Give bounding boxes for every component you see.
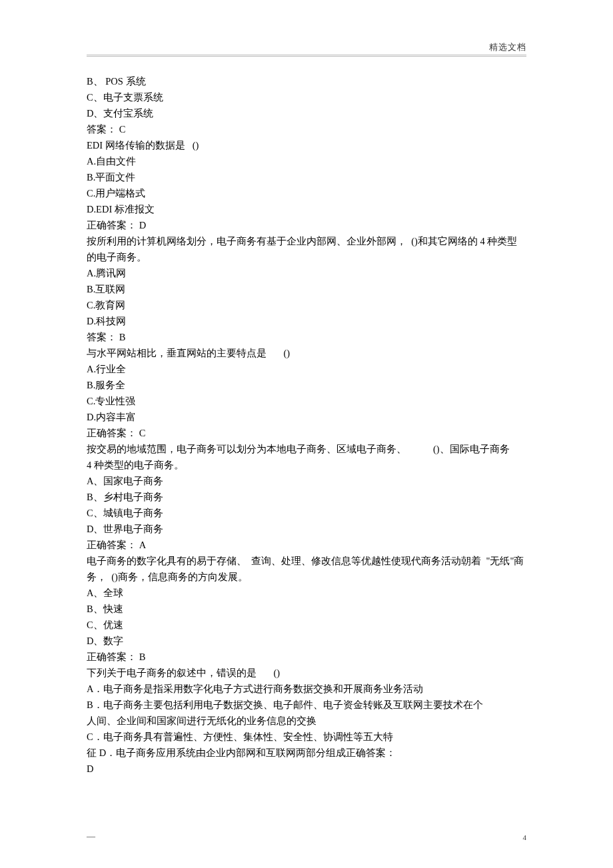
text-line: B、快速	[87, 601, 526, 617]
text-line: D.内容丰富	[87, 409, 526, 425]
text-line: EDI 网络传输的数据是 ()	[87, 137, 526, 153]
text-line: B.平面文件	[87, 169, 526, 185]
text-line: A、国家电子商务	[87, 473, 526, 489]
text-line: C.专业性强	[87, 393, 526, 409]
text-line: D	[87, 761, 526, 777]
text-line: D.EDI 标准报文	[87, 201, 526, 217]
text-line: A.腾讯网	[87, 265, 526, 281]
text-line: C.教育网	[87, 297, 526, 313]
text-line: 4 种类型的电子商务。	[87, 457, 526, 473]
text-line: A.自由文件	[87, 153, 526, 169]
text-line: 人间、企业间和国家间进行无纸化的业务信息的交换	[87, 713, 526, 729]
text-line: 与水平网站相比，垂直网站的主要特点是 ()	[87, 345, 526, 361]
text-line: 按交易的地域范围，电子商务可以划分为本地电子商务、区域电子商务、 ()、国际电子…	[87, 441, 526, 457]
page-number: 4	[523, 833, 527, 841]
document-body: B、 POS 系统 C、电子支票系统 D、支付宝系统 答案： C EDI 网络传…	[87, 73, 526, 777]
text-line: A．电子商务是指采用数字化电子方式进行商务数据交换和开展商务业务活动	[87, 681, 526, 697]
header-label: 精选文档	[489, 41, 526, 53]
text-line: C、电子支票系统	[87, 89, 526, 105]
text-line: D、数字	[87, 633, 526, 649]
text-line: 答案： B	[87, 329, 526, 345]
text-line: 电子商务的数字化具有的易于存储、 查询、处理、修改信息等优越性使现代商务活动朝着…	[87, 553, 526, 585]
text-line: C、优速	[87, 617, 526, 633]
text-line: A、全球	[87, 585, 526, 601]
header-rule	[87, 55, 526, 57]
text-line: 按所利用的计算机网络划分，电子商务有基于企业内部网、企业外部网， ()和其它网络…	[87, 233, 526, 265]
footer-dash: —	[87, 831, 95, 841]
text-line: C．电子商务具有普遍性、方便性、集体性、安全性、协调性等五大特	[87, 729, 526, 745]
text-line: 正确答案： C	[87, 425, 526, 441]
text-line: B.服务全	[87, 377, 526, 393]
text-line: D、世界电子商务	[87, 521, 526, 537]
text-line: A.行业全	[87, 361, 526, 377]
text-line: 正确答案： D	[87, 217, 526, 233]
text-line: 征 D．电子商务应用系统由企业内部网和互联网两部分组成正确答案：	[87, 745, 526, 761]
text-line: B、乡村电子商务	[87, 489, 526, 505]
text-line: 下列关于电子商务的叙述中，错误的是 ()	[87, 665, 526, 681]
text-line: B.互联网	[87, 281, 526, 297]
text-line: B．电子商务主要包括利用电子数据交换、电子邮件、电子资金转账及互联网主要技术在个	[87, 697, 526, 713]
document-page: 精选文档 B、 POS 系统 C、电子支票系统 D、支付宝系统 答案： C ED…	[0, 0, 613, 868]
text-line: C、城镇电子商务	[87, 505, 526, 521]
text-line: D、支付宝系统	[87, 105, 526, 121]
text-line: 正确答案： B	[87, 649, 526, 665]
text-line: 正确答案： A	[87, 537, 526, 553]
text-line: D.科技网	[87, 313, 526, 329]
text-line: B、 POS 系统	[87, 73, 526, 89]
text-line: C.用户端格式	[87, 185, 526, 201]
text-line: 答案： C	[87, 121, 526, 137]
